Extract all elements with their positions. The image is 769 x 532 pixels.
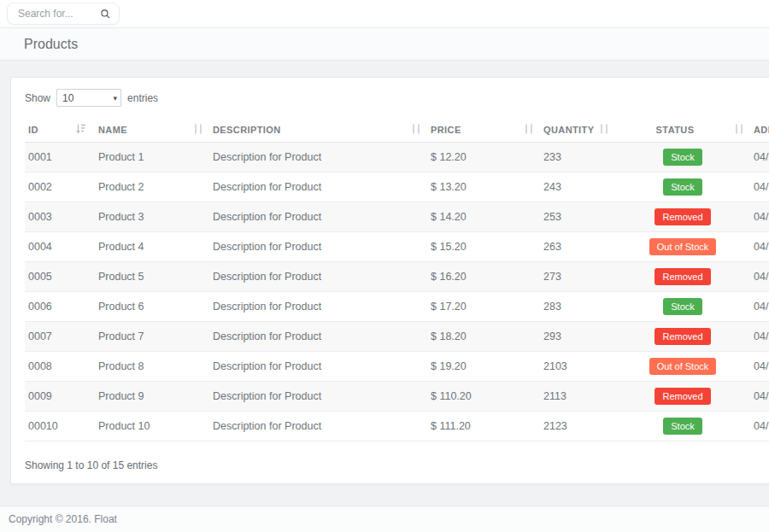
entries-select-wrap: 10	[56, 89, 121, 107]
cell-description: Description for Product	[209, 202, 427, 231]
cell-id: 00010	[25, 411, 95, 441]
status-badge: Out of Stock	[649, 238, 717, 255]
column-label: ID	[28, 125, 38, 135]
cell-id: 0004	[25, 231, 95, 261]
cell-quantity: 2123	[540, 411, 615, 441]
column-header-id[interactable]: ID	[25, 118, 95, 142]
cell-quantity: 2113	[540, 381, 615, 411]
cell-added: 04/1	[750, 321, 769, 351]
column-header-description[interactable]: DESCRIPTION	[209, 118, 427, 142]
cell-id: 0001	[25, 142, 95, 172]
sort-ascending-icon	[76, 124, 87, 136]
cell-description: Description for Product	[209, 261, 427, 291]
footer: Copyright © 2016. Float	[0, 506, 769, 532]
status-badge: Out of Stock	[649, 358, 717, 375]
entries-select[interactable]: 10	[56, 89, 121, 107]
cell-description: Description for Product	[209, 321, 427, 351]
cell-name: Product 9	[95, 381, 209, 411]
cell-status: Removed	[615, 381, 750, 411]
cell-name: Product 6	[95, 291, 209, 321]
cell-status: Out of Stock	[615, 351, 750, 381]
cell-quantity: 273	[540, 261, 615, 291]
column-label: STATUS	[656, 125, 695, 135]
column-header-price[interactable]: PRICE	[427, 118, 540, 142]
cell-description: Description for Product	[209, 351, 427, 381]
search-input[interactable]	[18, 8, 100, 20]
status-badge: Stock	[663, 178, 702, 196]
cell-quantity: 2103	[540, 351, 615, 381]
table-row: 0008Product 8Description for Product$ 19…	[25, 351, 769, 381]
cell-price: $ 12.20	[427, 142, 540, 172]
cell-added: 04/1	[750, 231, 769, 261]
search-icon[interactable]	[100, 9, 111, 20]
column-label: ADDED	[754, 125, 769, 135]
cell-added: 04/1	[750, 172, 769, 202]
cell-description: Description for Product	[209, 231, 427, 261]
cell-name: Product 7	[95, 321, 209, 351]
cell-status: Stock	[615, 291, 750, 321]
entries-length-control: Show 10 entries	[25, 89, 769, 107]
cell-added: 04/1	[750, 142, 769, 172]
cell-price: $ 16.20	[427, 261, 540, 291]
column-header-added[interactable]: ADDED	[750, 118, 769, 142]
cell-name: Product 2	[95, 172, 209, 202]
cell-id: 0009	[25, 381, 95, 411]
cell-description: Description for Product	[209, 172, 427, 202]
cell-description: Description for Product	[209, 411, 427, 441]
table-row: 0005Product 5Description for Product$ 16…	[25, 261, 769, 291]
sort-both-icon	[736, 124, 743, 135]
cell-id: 0005	[25, 261, 95, 291]
search-box	[7, 3, 120, 25]
sort-both-icon	[413, 124, 420, 135]
cell-status: Stock	[615, 172, 750, 202]
cell-id: 0007	[25, 321, 95, 351]
column-label: DESCRIPTION	[213, 125, 281, 135]
content-area: Show 10 entries IDNAMEDESCRIPTIONPRICEQU…	[0, 61, 769, 484]
cell-price: $ 19.20	[427, 351, 540, 381]
column-header-status[interactable]: STATUS	[615, 118, 750, 142]
cell-added: 04/1	[750, 291, 769, 321]
sort-both-icon	[525, 124, 532, 135]
status-badge: Stock	[663, 298, 702, 315]
cell-price: $ 18.20	[427, 321, 540, 351]
cell-status: Out of Stock	[615, 231, 750, 261]
cell-status: Removed	[615, 261, 750, 291]
cell-price: $ 110.20	[427, 381, 540, 411]
status-badge: Removed	[655, 328, 710, 345]
show-label: Show	[25, 92, 50, 104]
cell-added: 04/1	[750, 351, 769, 381]
table-row: 0007Product 7Description for Product$ 18…	[25, 321, 769, 351]
cell-name: Product 8	[95, 351, 209, 381]
column-header-quantity[interactable]: QUANTITY	[540, 118, 615, 142]
cell-description: Description for Product	[209, 291, 427, 321]
cell-quantity: 243	[540, 172, 615, 202]
cell-name: Product 1	[95, 142, 209, 172]
cell-id: 0003	[25, 202, 95, 231]
cell-id: 0006	[25, 291, 95, 321]
table-row: 00010Product 10Description for Product$ …	[25, 411, 769, 441]
products-table-card: Show 10 entries IDNAMEDESCRIPTIONPRICEQU…	[10, 77, 769, 484]
cell-added: 04/1	[750, 261, 769, 291]
column-header-name[interactable]: NAME	[95, 118, 209, 142]
table-summary: Showing 1 to 10 of 15 entries	[25, 459, 769, 471]
cell-added: 04/1	[750, 202, 769, 231]
status-badge: Removed	[655, 208, 710, 225]
cell-price: $ 111.20	[427, 411, 540, 441]
cell-quantity: 233	[540, 142, 615, 172]
page-title: Products	[24, 37, 78, 52]
status-badge: Stock	[663, 149, 702, 166]
cell-quantity: 253	[540, 202, 615, 231]
table-row: 0004Product 4Description for Product$ 15…	[25, 231, 769, 261]
table-row: 0002Product 2Description for Product$ 13…	[25, 172, 769, 202]
cell-id: 0008	[25, 351, 95, 381]
table-row: 0001Product 1Description for Product$ 12…	[25, 142, 769, 172]
cell-quantity: 283	[540, 291, 615, 321]
table-row: 0006Product 6Description for Product$ 17…	[25, 291, 769, 321]
column-label: QUANTITY	[543, 125, 594, 135]
cell-added: 04/1	[750, 411, 769, 441]
table-header-row: IDNAMEDESCRIPTIONPRICEQUANTITYSTATUSADDE…	[25, 118, 769, 142]
cell-quantity: 293	[540, 321, 615, 351]
cell-name: Product 10	[95, 411, 209, 441]
products-table: IDNAMEDESCRIPTIONPRICEQUANTITYSTATUSADDE…	[25, 118, 769, 441]
cell-price: $ 15.20	[427, 231, 540, 261]
